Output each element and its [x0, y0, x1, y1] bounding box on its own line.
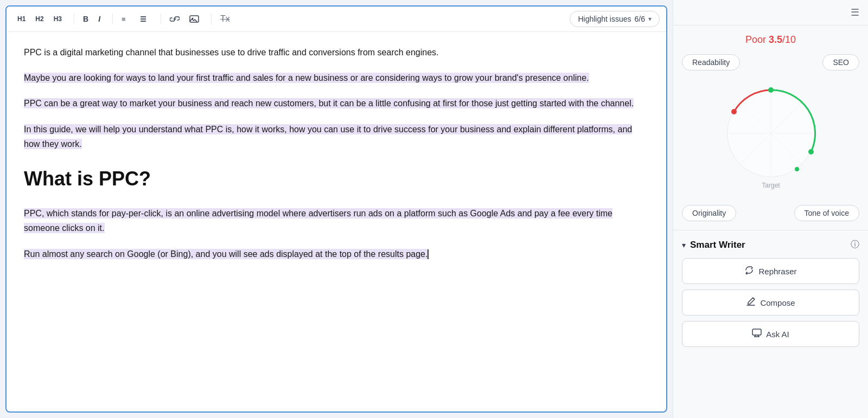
heading-what-is-ppc: What is PPC?	[24, 162, 649, 195]
toolbar-sep-3	[161, 14, 161, 24]
panel-header: ☰	[673, 0, 868, 25]
highlighted-text-2: Maybe you are looking for ways to land y…	[24, 73, 589, 83]
info-icon[interactable]: ⓘ	[851, 239, 859, 250]
compose-icon	[746, 297, 756, 308]
smart-writer-header: ▾ Smart Writer ⓘ	[682, 239, 859, 250]
radar-tabs-top: Readability SEO	[682, 54, 859, 70]
svg-point-18	[795, 167, 799, 171]
h1-button[interactable]: H1	[13, 12, 30, 25]
rephraser-icon	[744, 265, 754, 277]
highlighted-text-4: In this guide, we will help you understa…	[24, 124, 632, 149]
ask-ai-label: Ask AI	[766, 330, 789, 339]
tone-of-voice-tab[interactable]: Tone of voice	[794, 205, 860, 221]
ask-ai-button[interactable]: Ask AI	[682, 321, 859, 347]
unordered-list-button[interactable]: ☰	[136, 12, 153, 26]
editor-container: H1 H2 H3 B I ≡ ☰	[5, 5, 667, 413]
bold-button[interactable]: B	[79, 12, 93, 26]
format-group: B I	[79, 12, 105, 26]
highlighted-text-6: Run almost any search on Google (or Bing…	[24, 249, 427, 259]
svg-point-14	[768, 87, 774, 93]
paragraph-3: PPC can be a great way to market your bu…	[24, 96, 649, 111]
insert-group	[165, 12, 203, 26]
smart-writer-title: Smart Writer	[690, 240, 846, 250]
ordered-list-button[interactable]: ≡	[117, 12, 135, 26]
ask-ai-icon	[752, 328, 762, 340]
heading-group: H1 H2 H3	[13, 12, 66, 25]
compose-button[interactable]: Compose	[682, 290, 859, 316]
radar-chart: Target	[717, 79, 825, 198]
score-section: Poor 3.5/10 Readability SEO	[673, 25, 868, 230]
svg-point-15	[808, 149, 814, 155]
text-cursor	[427, 249, 429, 259]
radar-tabs-bottom: Originality Tone of voice	[682, 205, 859, 221]
paragraph-2: Maybe you are looking for ways to land y…	[24, 70, 649, 85]
svg-text:Target: Target	[762, 182, 780, 189]
paragraph-6: Run almost any search on Google (or Bing…	[24, 247, 649, 261]
svg-rect-2	[190, 16, 199, 22]
rephraser-button[interactable]: Rephraser	[682, 258, 859, 284]
svg-point-16	[731, 109, 737, 114]
list-group: ≡ ☰	[117, 12, 153, 26]
readability-tab[interactable]: Readability	[682, 54, 740, 70]
right-panel: ☰ Poor 3.5/10 Readability SEO	[673, 0, 868, 418]
svg-text:≡: ≡	[122, 15, 126, 23]
toolbar-sep-1	[74, 14, 74, 24]
editor-content[interactable]: PPC is a digital marketing channel that …	[7, 32, 666, 411]
originality-tab[interactable]: Originality	[682, 205, 736, 221]
italic-button[interactable]: I	[94, 12, 105, 26]
highlighted-text-3: PPC can be a great way to market your bu…	[24, 98, 634, 108]
rephraser-label: Rephraser	[758, 267, 796, 276]
toolbar-sep-4	[211, 14, 212, 24]
h2-button[interactable]: H2	[31, 12, 48, 25]
toolbar-sep-2	[112, 14, 113, 24]
editor-toolbar: H1 H2 H3 B I ≡ ☰	[7, 7, 666, 32]
clear-format-button[interactable]: Tx	[216, 11, 234, 27]
seo-tab[interactable]: SEO	[822, 54, 859, 70]
h3-button[interactable]: H3	[49, 12, 66, 25]
highlight-count: 6/6	[635, 15, 645, 23]
paragraph-4: In this guide, we will help you understa…	[24, 122, 649, 151]
compose-label: Compose	[760, 298, 795, 307]
smart-writer-chevron-icon: ▾	[682, 241, 686, 249]
smart-writer-section: ▾ Smart Writer ⓘ Rephraser Compose	[673, 230, 868, 361]
menu-icon[interactable]: ☰	[851, 7, 859, 18]
paragraph-5: PPC, which stands for pay-per-click, is …	[24, 206, 649, 235]
highlighted-text-5: PPC, which stands for pay-per-click, is …	[24, 208, 612, 233]
svg-text:☰: ☰	[140, 15, 146, 23]
highlight-issues-button[interactable]: Highlight issues 6/6 ▾	[570, 11, 660, 27]
chevron-down-icon: ▾	[648, 15, 652, 23]
svg-rect-19	[752, 329, 761, 335]
score-label: Poor 3.5/10	[745, 34, 796, 46]
highlight-label: Highlight issues	[578, 15, 631, 23]
image-button[interactable]	[185, 12, 203, 26]
paragraph-1: PPC is a digital marketing channel that …	[24, 45, 649, 60]
link-button[interactable]	[165, 12, 184, 25]
